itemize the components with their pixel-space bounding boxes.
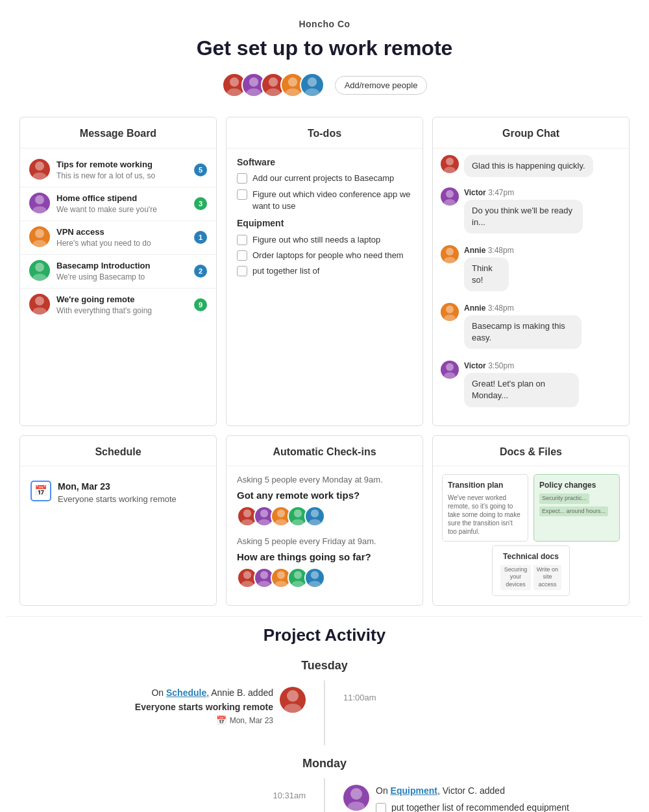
docs-grid: Transition plan We've never worked remot… (442, 474, 620, 542)
svg-point-51 (284, 704, 301, 713)
message-title: Home office stipend (56, 193, 188, 204)
chat-time: 3:50pm (488, 361, 514, 370)
activity-time: 10:31am (273, 785, 306, 802)
list-item[interactable]: Home office stipend We want to make sure… (20, 187, 216, 221)
list-item[interactable]: VPN access Here's what you need to do 1 (20, 221, 216, 254)
svg-point-11 (32, 173, 47, 180)
svg-point-31 (241, 519, 253, 527)
avatar (29, 193, 50, 213)
todo-checkbox[interactable] (237, 189, 247, 200)
todo-checkbox[interactable] (237, 266, 247, 276)
document-card[interactable]: Transition plan We've never worked remot… (442, 474, 528, 542)
svg-point-36 (294, 510, 302, 518)
list-item[interactable]: Figure out who still needs a laptop (237, 234, 412, 246)
event-details: Mon, Mar 23 Everyone starts working remo… (58, 481, 177, 505)
svg-point-39 (308, 519, 321, 527)
monday-left-content: 10:31am (19, 778, 324, 812)
svg-point-43 (258, 581, 270, 589)
message-badge: 3 (194, 197, 207, 210)
message-preview: This is new for a lot of us, so (56, 171, 188, 182)
docs-files-title: Docs & Files (433, 436, 629, 466)
schedule-body: 📅 Mon, Mar 23 Everyone starts working re… (20, 466, 216, 514)
chat-bubble: Basecamp is making this easy. (464, 315, 582, 349)
list-item: put together list of recommended equipme… (376, 802, 569, 812)
svg-point-47 (291, 581, 304, 589)
todo-checkbox[interactable] (237, 235, 247, 245)
svg-point-26 (446, 305, 454, 313)
todo-text: Figure out who still needs a laptop (252, 234, 380, 246)
todos-section-software: Software (237, 156, 412, 169)
chat-sender: Victor (464, 188, 486, 197)
avatar (29, 159, 50, 180)
chat-time: 3:48pm (488, 246, 514, 255)
svg-point-41 (241, 581, 253, 589)
monday-timeline: 10:31am On Equipment, Victor C. added pu… (19, 778, 630, 812)
message-preview: We want to make sure you're (56, 204, 188, 215)
avatar (441, 245, 459, 263)
message-preview: With everything that's going (56, 305, 188, 316)
svg-point-23 (444, 199, 456, 206)
message-badge: 5 (194, 163, 207, 176)
checkin-avatars (237, 567, 412, 588)
svg-point-2 (249, 78, 258, 87)
schedule-card: Schedule 📅 Mon, Mar 23 Everyone starts w… (19, 435, 217, 606)
list-item[interactable]: Order laptops for people who need them (237, 250, 412, 261)
message-preview: We're using Basecamp to (56, 272, 188, 283)
svg-point-14 (35, 229, 44, 238)
svg-point-5 (265, 89, 280, 98)
todo-text: put together list of (252, 265, 319, 277)
list-item[interactable]: We're going remote With everything that'… (20, 288, 216, 322)
docs-files-card: Docs & Files Transition plan We've never… (432, 435, 630, 606)
checkins-body: Asking 5 people every Monday at 9am. Got… (227, 466, 422, 605)
people-row: Add/remove people (13, 73, 636, 97)
svg-point-25 (444, 257, 456, 263)
list-item[interactable]: Add our current projects to Basecamp (237, 173, 412, 184)
svg-point-15 (32, 240, 47, 247)
todo-text: Order laptops for people who need them (252, 250, 404, 261)
svg-point-24 (446, 248, 454, 256)
tuesday-activity-item: On Schedule, Annie B. added Everyone sta… (135, 687, 306, 726)
schedule-link[interactable]: Schedule (166, 687, 206, 698)
checkin-asking: Asking 5 people every Friday at 9am. (237, 536, 412, 547)
equipment-link[interactable]: Equipment (391, 785, 437, 796)
svg-point-21 (444, 167, 456, 173)
chat-message: Victor 3:50pm Great! Let's plan on Monda… (441, 361, 621, 412)
message-badge: 1 (194, 231, 207, 244)
event-date-text: Mon, Mar 23 (230, 715, 273, 726)
list-item[interactable]: Basecamp Introduction We're using Baseca… (20, 254, 216, 288)
todo-checkbox[interactable] (237, 250, 247, 261)
calendar-icon: 📅 (216, 715, 227, 726)
list-item[interactable]: Tips for remote working This is new for … (20, 154, 216, 187)
message-content: We're going remote With everything that'… (56, 294, 188, 316)
list-item[interactable]: put together list of (237, 265, 412, 277)
avatar (304, 567, 325, 588)
svg-point-8 (307, 78, 316, 87)
svg-point-19 (32, 307, 47, 315)
todo-text: put together list of recommended equipme… (391, 802, 569, 812)
doc-body: Security practic... Expect... around hou… (539, 494, 614, 516)
add-remove-people-button[interactable]: Add/remove people (335, 76, 428, 95)
avatar (300, 73, 324, 97)
document-card[interactable]: Policy changes Security practic... Expec… (533, 474, 620, 542)
company-name: Honcho Co (13, 18, 636, 31)
checkins-title: Automatic Check-ins (227, 436, 422, 466)
doc-bottom: Technical docs Securing your devices Wri… (442, 545, 620, 596)
group-chat-card: Group Chat Glad this is happening quickl… (432, 117, 630, 425)
activity-time: 11:00am (343, 687, 630, 704)
doc-title: Policy changes (539, 480, 614, 491)
doc-title: Technical docs (500, 551, 561, 562)
chat-sender: Annie (464, 304, 485, 313)
avatar (304, 506, 325, 527)
document-card[interactable]: Technical docs Securing your devices Wri… (492, 545, 570, 596)
todos-title: To-dos (227, 117, 422, 148)
doc-body: We've never worked remote, so it's going… (448, 494, 522, 536)
activity-description: On Equipment, Victor C. added (376, 785, 569, 798)
svg-point-49 (308, 581, 321, 589)
calendar-icon: 📅 (31, 481, 51, 501)
avatar (343, 785, 369, 811)
todo-checkbox[interactable] (237, 173, 247, 184)
list-item[interactable]: Figure out which video conference app we… (237, 189, 412, 212)
todos-body: Software Add our current projects to Bas… (227, 149, 422, 289)
message-content: Tips for remote working This is new for … (56, 159, 188, 182)
avatar (29, 294, 50, 315)
